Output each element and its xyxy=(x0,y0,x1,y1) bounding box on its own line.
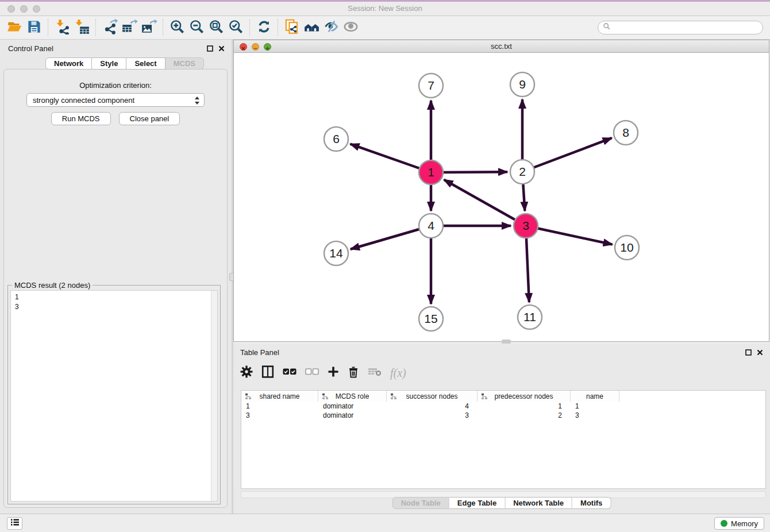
memory-button[interactable]: Memory xyxy=(714,517,764,530)
table-cell[interactable]: 3 xyxy=(387,411,478,420)
float-panel-icon[interactable] xyxy=(745,348,752,358)
hide-graphics-details-button[interactable] xyxy=(321,18,341,37)
column-label: MCDS role xyxy=(336,392,369,400)
fx-icon: f(x) xyxy=(390,367,406,380)
import-table-icon xyxy=(74,19,90,37)
search-input[interactable] xyxy=(611,22,763,33)
export-table-button[interactable] xyxy=(120,18,139,37)
export-image-button[interactable] xyxy=(139,18,159,37)
column-header-MCDS-role[interactable]: MCDS role xyxy=(318,391,387,402)
export-network-button[interactable] xyxy=(100,18,120,37)
table-cell[interactable]: dominator xyxy=(318,411,387,420)
save-session-button[interactable] xyxy=(24,18,44,37)
import-network-button[interactable] xyxy=(52,18,72,37)
tab-mcds[interactable]: MCDS xyxy=(165,57,204,70)
graph-node-4[interactable]: 4 xyxy=(419,214,443,238)
toggle-panel-button[interactable] xyxy=(261,365,274,380)
close-panel-icon[interactable] xyxy=(218,44,225,54)
graph-edge-3-1[interactable] xyxy=(444,180,526,226)
table-row[interactable]: 1dominator411 xyxy=(241,402,619,411)
graph-node-6[interactable]: 6 xyxy=(324,127,348,151)
table-settings-button[interactable] xyxy=(240,365,253,380)
close-panel-button[interactable]: Close panel xyxy=(119,112,180,125)
save-session-icon xyxy=(26,19,42,37)
float-panel-icon[interactable] xyxy=(207,44,213,54)
mcds-result-title: MCDS result (2 nodes) xyxy=(12,281,93,290)
deselect-all-button[interactable] xyxy=(305,365,319,380)
zoom-in-icon xyxy=(170,19,185,37)
mcds-result-group: MCDS result (2 nodes) 13 xyxy=(7,285,221,504)
network-from-file-button[interactable] xyxy=(282,18,302,37)
select-all-button[interactable] xyxy=(283,365,297,380)
svg-text:8: 8 xyxy=(622,126,629,139)
mcds-result-text[interactable]: 13 xyxy=(10,290,218,502)
import-table-button[interactable] xyxy=(72,18,91,37)
table-row[interactable]: 3dominator323 xyxy=(241,411,619,420)
zoom-out-button[interactable] xyxy=(187,18,206,37)
show-task-history-button[interactable] xyxy=(7,517,22,530)
tab-select[interactable]: Select xyxy=(126,57,165,70)
graph-node-8[interactable]: 8 xyxy=(614,121,638,145)
tab-node-table[interactable]: Node Table xyxy=(392,497,449,509)
open-session-button[interactable] xyxy=(5,18,24,37)
table-cell[interactable]: 1 xyxy=(571,402,619,411)
create-column-button[interactable] xyxy=(328,365,339,380)
graph-node-9[interactable]: 9 xyxy=(510,72,534,97)
graph-node-3[interactable]: 3 xyxy=(514,214,538,238)
table-cell[interactable]: 3 xyxy=(241,411,318,420)
refresh-button[interactable] xyxy=(254,18,274,37)
table-cell[interactable]: 4 xyxy=(387,402,478,411)
column-header-shared-name[interactable]: shared name xyxy=(241,391,318,402)
result-scrollbar[interactable] xyxy=(211,291,217,501)
tab-style[interactable]: Style xyxy=(92,57,126,70)
table-cell[interactable]: 1 xyxy=(241,402,318,411)
zoom-selected-button[interactable] xyxy=(226,18,245,37)
table-panel-title: Table Panel xyxy=(240,348,279,357)
table-cell[interactable]: 2 xyxy=(478,411,571,420)
network-canvas[interactable]: 7968124314101511 xyxy=(234,53,769,341)
column-header-successor-nodes[interactable]: successor nodes xyxy=(387,391,478,402)
delete-table-button[interactable] xyxy=(368,365,382,380)
table-panel: Table Panel f(x) xyxy=(233,344,770,514)
graph-edge-2-8[interactable] xyxy=(522,138,612,172)
svg-text:9: 9 xyxy=(519,78,526,91)
graph-node-14[interactable]: 14 xyxy=(324,241,348,265)
trash-icon xyxy=(348,365,359,380)
graph-node-7[interactable]: 7 xyxy=(419,74,443,98)
function-builder-button[interactable]: f(x) xyxy=(390,365,406,380)
tab-motifs[interactable]: Motifs xyxy=(572,497,611,509)
run-mcds-button[interactable]: Run MCDS xyxy=(51,112,111,125)
delete-column-button[interactable] xyxy=(348,365,359,380)
table-cell[interactable]: 3 xyxy=(571,411,619,420)
tab-network-table[interactable]: Network Table xyxy=(505,497,572,509)
first-neighbors-button[interactable] xyxy=(302,18,321,37)
show-graphics-details-button[interactable] xyxy=(341,18,360,37)
graph-edge-3-10[interactable] xyxy=(526,226,613,245)
zoom-fit-button[interactable] xyxy=(206,18,226,37)
graph-node-2[interactable]: 2 xyxy=(510,160,534,184)
zoom-in-button[interactable] xyxy=(167,18,187,37)
table-cell[interactable]: dominator xyxy=(318,402,387,411)
network-resize-handle[interactable] xyxy=(502,340,511,344)
zoom-fit-icon xyxy=(209,19,224,37)
graph-node-15[interactable]: 15 xyxy=(419,307,443,331)
graph-node-11[interactable]: 11 xyxy=(518,305,542,329)
tab-network[interactable]: Network xyxy=(45,57,92,70)
graph-node-10[interactable]: 10 xyxy=(615,236,639,260)
network-window-titlebar[interactable]: scc.txt xyxy=(234,40,769,53)
table-cell[interactable]: 1 xyxy=(478,402,571,411)
column-header-predecessor-nodes[interactable]: predecessor nodes xyxy=(478,391,571,402)
column-label: shared name xyxy=(259,392,299,400)
search-field[interactable] xyxy=(598,21,763,34)
export-image-icon xyxy=(141,19,157,37)
memory-status-icon xyxy=(721,520,727,527)
graph-edge-1-6[interactable] xyxy=(351,144,431,172)
tab-edge-table[interactable]: Edge Table xyxy=(449,497,505,509)
close-panel-icon[interactable] xyxy=(757,348,763,358)
criterion-select[interactable]: strongly connected component xyxy=(26,93,205,107)
window-titlebar: Session: New Session xyxy=(0,2,770,16)
column-header-name[interactable]: name xyxy=(571,391,619,402)
network-from-file-icon xyxy=(284,19,300,37)
graph-node-1[interactable]: 1 xyxy=(419,160,443,184)
tree-column-icon xyxy=(322,393,329,402)
